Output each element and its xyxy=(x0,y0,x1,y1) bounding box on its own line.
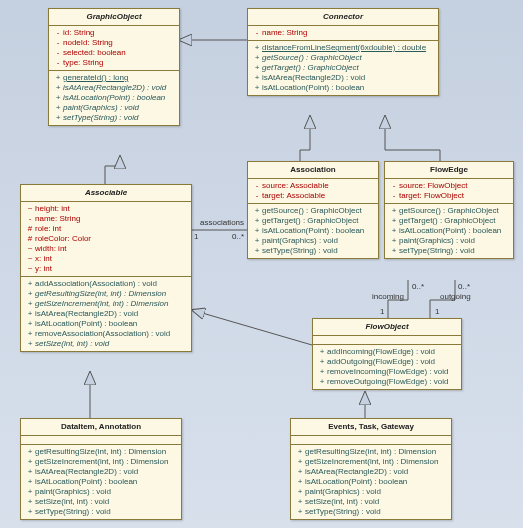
operations-section: +distanceFromLineSegment(6xdouble) : dou… xyxy=(248,41,438,95)
member-row: -nodeId: String xyxy=(53,38,175,48)
member-row: +isAtLocation(Point) : boolean xyxy=(53,93,175,103)
member-row: +getSource() : GraphicObject xyxy=(389,206,509,216)
member-row: +getResultingSize(int, int) : Dimension xyxy=(25,447,177,457)
member-row: +getSource() : GraphicObject xyxy=(252,206,374,216)
member-row: +setType(String) : void xyxy=(389,246,509,256)
member-row: +setType(String) : void xyxy=(252,246,374,256)
member-row: +paint(Graphics) : void xyxy=(53,103,175,113)
member-row: +isAtLocation(Point) : boolean xyxy=(25,477,177,487)
member-row: +removeIncoming(FlowEdge) : void xyxy=(317,367,457,377)
member-row: +setSize(int, int) : void xyxy=(25,497,177,507)
label-mult-one: 1 xyxy=(380,307,384,316)
member-row: +isAtArea(Rectangle2D) : void xyxy=(25,309,187,319)
member-row: +setSize(int, int) : void xyxy=(25,339,187,349)
member-row: +getTarget() : GraphicObject xyxy=(252,216,374,226)
member-row: +isAtArea(Rectangle2D) : void xyxy=(25,467,177,477)
member-row: +isAtLocation(Point) : boolean xyxy=(389,226,509,236)
attributes-section xyxy=(21,436,181,445)
member-row: +removeAssociation(Association) : void xyxy=(25,329,187,339)
label-associations: associations xyxy=(200,218,244,227)
member-row: +isAtLocation(Point) : boolean xyxy=(252,83,434,93)
member-row: +getTarget() : GraphicObject xyxy=(252,63,434,73)
member-row: +addOutgoing(FlowEdge) : void xyxy=(317,357,457,367)
attributes-section: -name: String xyxy=(248,26,438,41)
operations-section: +getSource() : GraphicObject+getTarget()… xyxy=(248,204,378,258)
class-title: FlowEdge xyxy=(385,162,513,179)
member-row: +getResultingSize(int, int) : Dimension xyxy=(295,447,447,457)
member-row: -name: String xyxy=(25,214,187,224)
attributes-section: ~height: int-name: String#role: int#role… xyxy=(21,202,191,277)
class-association: Association -source: Associable-target: … xyxy=(247,161,379,259)
class-connector: Connector -name: String +distanceFromLin… xyxy=(247,8,439,96)
member-row: +paint(Graphics) : void xyxy=(252,236,374,246)
member-row: -type: String xyxy=(53,58,175,68)
member-row: +getSource() : GraphicObject xyxy=(252,53,434,63)
member-row: +getSizeIncrement(int, int) : Dimension xyxy=(25,457,177,467)
member-row: +setType(String) : void xyxy=(295,507,447,517)
class-title: FlowObject xyxy=(313,319,461,336)
member-row: +isAtLocation(Point) : boolean xyxy=(252,226,374,236)
member-row: -selected: boolean xyxy=(53,48,175,58)
member-row: ~y: int xyxy=(25,264,187,274)
member-row: +isAtArea(Rectangle2D) : void xyxy=(53,83,175,93)
class-title: Connector xyxy=(248,9,438,26)
member-row: +getResultingSize(int, int) : Dimension xyxy=(25,289,187,299)
member-row: #role: int xyxy=(25,224,187,234)
member-row: +paint(Graphics) : void xyxy=(25,487,177,497)
member-row: +setType(String) : void xyxy=(25,507,177,517)
class-title: DataItem, Annotation xyxy=(21,419,181,436)
class-associable: Associable ~height: int-name: String#rol… xyxy=(20,184,192,352)
member-row: +setType(String) : void xyxy=(53,113,175,123)
member-row: +addIncoming(FlowEdge) : void xyxy=(317,347,457,357)
attributes-section: -source: Associable-target: Associable xyxy=(248,179,378,204)
class-events-task-gateway: Events, Task, Gateway +getResultingSize(… xyxy=(290,418,452,520)
class-title: GraphicObject xyxy=(49,9,179,26)
label-incoming: incoming xyxy=(372,292,404,301)
member-row: +isAtArea(Rectangle2D) : void xyxy=(295,467,447,477)
class-title: Association xyxy=(248,162,378,179)
member-row: #roleColor: Color xyxy=(25,234,187,244)
label-mult-one: 1 xyxy=(194,232,198,241)
label-mult-zerostar: 0..* xyxy=(458,282,470,291)
class-graphicobject: GraphicObject -id: String-nodeId: String… xyxy=(48,8,180,126)
member-row: +getTarget() : GraphicObject xyxy=(389,216,509,226)
operations-section: +generateId() : long+isAtArea(Rectangle2… xyxy=(49,71,179,125)
member-row: +generateId() : long xyxy=(53,73,175,83)
class-flowobject: FlowObject +addIncoming(FlowEdge) : void… xyxy=(312,318,462,390)
class-title: Associable xyxy=(21,185,191,202)
class-dataitem-annotation: DataItem, Annotation +getResultingSize(i… xyxy=(20,418,182,520)
member-row: +paint(Graphics) : void xyxy=(295,487,447,497)
member-row: ~x: int xyxy=(25,254,187,264)
member-row: -name: String xyxy=(252,28,434,38)
class-flowedge: FlowEdge -source: FlowObject-target: Flo… xyxy=(384,161,514,259)
operations-section: +getResultingSize(int, int) : Dimension+… xyxy=(291,445,451,519)
member-row: +removeOutgoing(FlowEdge) : void xyxy=(317,377,457,387)
member-row: ~height: int xyxy=(25,204,187,214)
label-outgoing: outgoing xyxy=(440,292,471,301)
member-row: +isAtArea(Rectangle2D) : void xyxy=(252,73,434,83)
member-row: +addAssociation(Association) : void xyxy=(25,279,187,289)
member-row: +paint(Graphics) : void xyxy=(389,236,509,246)
operations-section: +getSource() : GraphicObject+getTarget()… xyxy=(385,204,513,258)
attributes-section xyxy=(291,436,451,445)
member-row: -source: FlowObject xyxy=(389,181,509,191)
attributes-section: -id: String-nodeId: String-selected: boo… xyxy=(49,26,179,71)
class-title: Events, Task, Gateway xyxy=(291,419,451,436)
operations-section: +getResultingSize(int, int) : Dimension+… xyxy=(21,445,181,519)
label-mult-zerostar: 0..* xyxy=(412,282,424,291)
member-row: +distanceFromLineSegment(6xdouble) : dou… xyxy=(252,43,434,53)
attributes-section: -source: FlowObject-target: FlowObject xyxy=(385,179,513,204)
member-row: +getSizeIncrement(int, int) : Dimension xyxy=(295,457,447,467)
member-row: +isAtLocation(Point) : boolean xyxy=(25,319,187,329)
member-row: ~width: int xyxy=(25,244,187,254)
member-row: -id: String xyxy=(53,28,175,38)
operations-section: +addAssociation(Association) : void+getR… xyxy=(21,277,191,351)
member-row: -source: Associable xyxy=(252,181,374,191)
label-mult-zerostar: 0..* xyxy=(232,232,244,241)
member-row: +setSize(int, int) : void xyxy=(295,497,447,507)
member-row: +getSizeIncrement(int, int) : Dimension xyxy=(25,299,187,309)
member-row: +isAtLocation(Point) : boolean xyxy=(295,477,447,487)
operations-section: +addIncoming(FlowEdge) : void+addOutgoin… xyxy=(313,345,461,389)
attributes-section xyxy=(313,336,461,345)
member-row: -target: FlowObject xyxy=(389,191,509,201)
